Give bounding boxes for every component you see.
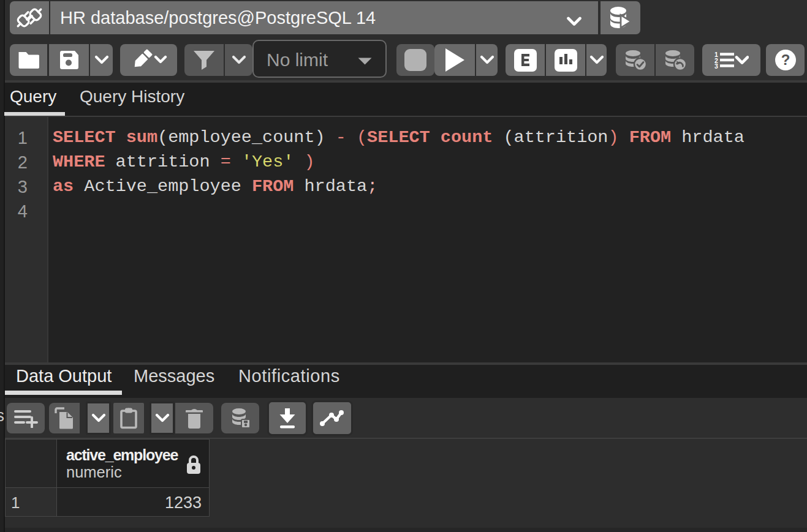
svg-text:?: ?	[781, 51, 790, 68]
svg-text:3: 3	[714, 62, 718, 69]
